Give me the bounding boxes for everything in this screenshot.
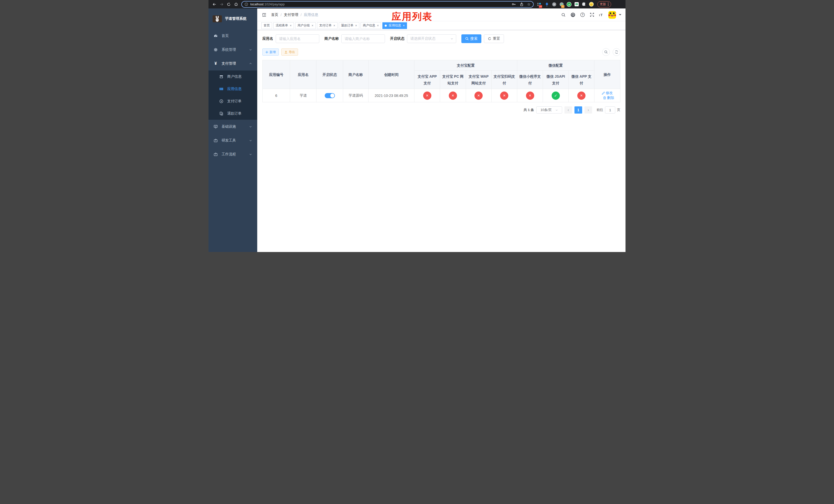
share-icon[interactable] (520, 2, 524, 6)
tab-refund-order[interactable]: 退款订单 (339, 22, 359, 29)
export-button[interactable]: 导出 (281, 48, 298, 55)
avatar-caret-icon[interactable] (619, 14, 621, 16)
tab-close-icon[interactable] (403, 24, 405, 27)
tab-app-info[interactable]: 应用信息 (382, 22, 407, 29)
tab-process-form[interactable]: 流程表单 (273, 22, 294, 29)
yen-icon: ¥ (214, 62, 218, 66)
extensions-puzzle-icon[interactable] (581, 2, 587, 7)
help-icon[interactable]: ? (580, 12, 585, 18)
browser-back-button[interactable] (211, 1, 218, 8)
page-size-select[interactable]: 10条/页 (536, 107, 562, 114)
col-header-app-id: 应用编号 (263, 60, 290, 89)
extension-chat-icon[interactable] (574, 2, 579, 7)
extension-y-green-icon[interactable]: y (567, 2, 572, 7)
tab-home[interactable]: 首页 (261, 22, 272, 29)
toggle-search-button[interactable] (602, 48, 610, 56)
sidebar-item-merchant-info[interactable]: 商户信息 (208, 70, 257, 83)
tab-user-group[interactable]: 用户分组 (295, 22, 316, 29)
sidebar-item-pay[interactable]: ¥ 支付管理 (208, 56, 257, 70)
status-toggle[interactable] (325, 93, 335, 98)
extension-badge: 1 (561, 5, 565, 8)
site-info-icon[interactable] (244, 2, 248, 6)
sidebar-item-workflow[interactable]: 工作流程 (208, 147, 257, 161)
browser-address-bar[interactable]: localhost:1024/pay/app ☆ (241, 1, 534, 8)
gear-icon (214, 48, 218, 52)
extension-recorder-icon[interactable]: 1 (559, 2, 564, 7)
sidebar-item-label: 支付管理 (222, 61, 236, 66)
table-toolbar: 新增 导出 (262, 48, 620, 56)
status-cross-icon (526, 92, 534, 100)
tab-pay-order[interactable]: 支付订单 (317, 22, 337, 29)
reset-button[interactable]: 重置 (484, 35, 504, 43)
breadcrumb: 首页 支付管理 应用信息 (271, 13, 318, 17)
sidebar-item-system[interactable]: 系统管理 (208, 43, 257, 56)
browser-forward-button[interactable] (218, 1, 225, 8)
status-select-placeholder: 请选择开启状态 (410, 37, 436, 41)
sidebar-item-label: 研发工具 (222, 138, 236, 143)
search-icon (604, 50, 608, 54)
password-key-icon[interactable] (512, 2, 516, 6)
tab-close-icon[interactable] (333, 24, 335, 27)
browser-home-button[interactable] (233, 1, 239, 8)
status-cross-icon (577, 92, 586, 100)
refresh-table-button[interactable] (613, 48, 620, 56)
cell-app-id: 6 (263, 89, 290, 102)
navbar-actions: ? tT (561, 11, 621, 19)
search-icon[interactable] (561, 12, 566, 18)
plus-icon (265, 51, 268, 53)
tab-merchant-info[interactable]: 商户信息 (360, 22, 381, 29)
app-logo[interactable]: 芋道管理系统 (208, 8, 257, 29)
goto-page-input[interactable] (605, 107, 615, 114)
app-name-input[interactable] (276, 35, 319, 43)
extension-command-icon[interactable]: ⌘ (552, 2, 557, 7)
sidebar-item-pay-order[interactable]: ¥ 支付订单 (208, 95, 257, 108)
sidebar-item-label: 商户信息 (227, 74, 242, 79)
profile-avatar-emoji[interactable] (589, 2, 594, 7)
page-number-1[interactable]: 1 (574, 107, 582, 114)
breadcrumb-home[interactable]: 首页 (271, 13, 278, 17)
tab-close-icon[interactable] (377, 24, 379, 27)
status-select[interactable]: 请选择开启状态 (407, 35, 456, 43)
tab-close-icon[interactable] (355, 24, 357, 27)
app-name-label: 应用名 (262, 37, 273, 41)
tab-close-icon[interactable] (290, 24, 291, 27)
merchant-name-input[interactable] (341, 35, 385, 43)
sidebar-item-dev-tools[interactable]: 研发工具 (208, 134, 257, 147)
sidebar: 芋道管理系统 首页 系统管理 (208, 8, 257, 252)
fullscreen-icon[interactable] (589, 12, 594, 18)
chevron-down-icon (555, 109, 558, 112)
sidebar-collapse-icon[interactable] (261, 12, 267, 18)
add-button[interactable]: 新增 (262, 48, 279, 55)
delete-link[interactable]: 删除 (603, 96, 614, 100)
col-header-alipay-pc: 支付宝 PC 网站支付 (440, 70, 466, 89)
browser-menu-icon[interactable] (608, 3, 609, 6)
extension-blue-diamond-icon[interactable]: 10 (537, 2, 542, 7)
breadcrumb-pay[interactable]: 支付管理 (284, 13, 298, 17)
extension-kite-icon[interactable] (544, 2, 549, 7)
pagination-total: 共 1 条 (524, 108, 534, 112)
status-cross-icon (500, 92, 508, 100)
chevron-down-icon (249, 153, 252, 156)
tab-close-icon[interactable] (312, 24, 313, 27)
sidebar-item-app-info[interactable]: 应用信息 (208, 83, 257, 95)
col-header-merchant: 商户名称 (343, 60, 368, 89)
col-header-ops: 操作 (594, 60, 620, 89)
font-size-icon[interactable]: tT (599, 12, 604, 18)
bookmark-star-icon[interactable]: ☆ (527, 2, 531, 6)
sidebar-item-refund-order[interactable]: 退款订单 (208, 108, 257, 120)
cell-alipay-qr (491, 89, 517, 102)
sidebar-pay-submenu: 商户信息 应用信息 ¥ 支付订单 (208, 70, 257, 120)
browser-reload-button[interactable] (225, 1, 232, 8)
sidebar-item-home[interactable]: 首页 (208, 29, 257, 43)
github-icon[interactable] (570, 12, 575, 18)
sidebar-item-infrastructure[interactable]: 基础设施 (208, 120, 257, 134)
user-avatar[interactable] (608, 11, 616, 19)
url-text: localhost:1024/pay/app (250, 2, 285, 6)
edit-link[interactable]: 修改 (602, 91, 613, 95)
browser-update-button[interactable]: 更新 (597, 1, 611, 7)
filter-form: 应用名 商户名称 开启状态 请选择开启状态 (262, 35, 620, 43)
breadcrumb-separator (301, 13, 302, 17)
search-button[interactable]: 搜索 (461, 35, 481, 43)
prev-page-button[interactable] (565, 107, 572, 114)
next-page-button[interactable] (585, 107, 592, 114)
